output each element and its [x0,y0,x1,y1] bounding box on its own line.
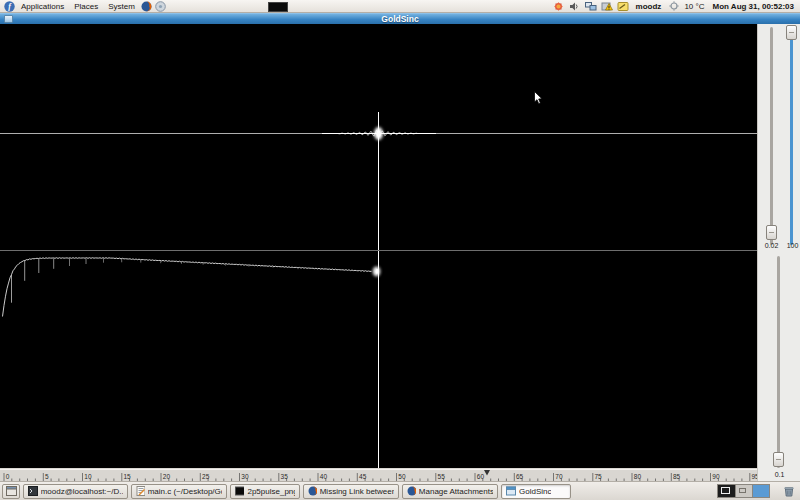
show-desktop-button[interactable] [2,484,20,499]
svg-text:35: 35 [281,473,289,480]
svg-text:15: 15 [124,473,132,480]
upper-left-slider-value: 0.02 [759,242,784,249]
upper-right-slider-thumb[interactable] [786,25,797,40]
taskbar-item-editor[interactable]: main.c (~/Desktop/Gol... [131,484,227,499]
svg-text:80: 80 [634,473,642,480]
panel-username[interactable]: moodz [632,2,666,11]
network-icon[interactable] [585,1,597,12]
taskbar-item-firefox-1[interactable]: Missing Link between ... [303,484,399,499]
places-menu[interactable]: Places [69,2,103,11]
plot-area[interactable] [0,24,757,468]
weather-icon [668,1,680,12]
goldsinc-window-icon [506,486,516,496]
svg-text:55: 55 [438,473,446,480]
svg-text:0: 0 [6,473,10,480]
lower-slider-thumb[interactable] [773,452,784,467]
svg-text:5: 5 [45,473,49,480]
lower-slider-track[interactable] [777,256,780,468]
panel-window-thumbnail[interactable] [268,2,288,12]
panel-clock[interactable]: Mon Aug 31, 00:52:03 [709,2,797,11]
window-content: 05101520253035404550556065707580859095 0… [0,24,800,481]
panel-temperature[interactable]: 10 °C [683,2,707,11]
system-menu[interactable]: System [103,2,140,11]
terminal-icon [28,486,38,496]
svg-text:75: 75 [595,473,603,480]
panel-status-area: moodz 10 °C Mon Aug 31, 00:52:03 [552,1,798,12]
upper-left-slider-track[interactable] [770,27,773,245]
titlebar[interactable]: GoldSinc [0,13,800,24]
svg-text:10: 10 [84,473,92,480]
goldsinc-window: GoldSinc 0510152025303540455055606570758… [0,13,800,481]
svg-text:50: 50 [398,473,406,480]
taskbar-item-terminal[interactable]: moodz@localhost:~/D... [23,484,128,499]
svg-text:30: 30 [241,473,249,480]
lower-slider-value: 0.1 [758,471,800,478]
taskbar-item-goldsinc[interactable]: GoldSinc [501,484,571,499]
svg-text:65: 65 [516,473,524,480]
firefox-launcher-icon[interactable] [141,1,153,12]
upper-left-slider-thumb[interactable] [766,225,777,240]
workspace-3-active[interactable] [752,485,769,497]
firefox-icon [407,486,416,496]
svg-text:85: 85 [673,473,681,480]
fedora-menu-icon[interactable]: f [3,1,15,12]
volume-icon[interactable] [569,1,581,12]
svg-text:25: 25 [202,473,210,480]
svg-text:20: 20 [163,473,171,480]
media-launcher-icon[interactable] [155,1,167,12]
upper-right-slider-value: 100 [784,242,800,249]
taskbar: moodz@localhost:~/D... main.c (~/Desktop… [0,481,800,500]
svg-text:60: 60 [477,473,485,480]
plot-column: 05101520253035404550556065707580859095 [0,24,757,481]
alert-icon[interactable] [601,1,613,12]
applications-menu[interactable]: Applications [16,2,69,11]
notes-icon[interactable] [617,1,629,12]
workspace-2[interactable] [735,485,752,497]
firefox-icon [308,486,317,496]
taskbar-item-image[interactable]: 2p5pulse_png [230,484,300,499]
software-updates-icon[interactable] [553,1,565,12]
svg-text:90: 90 [712,473,720,480]
text-editor-icon [136,486,145,496]
svg-text:45: 45 [359,473,367,480]
image-viewer-icon [235,486,244,496]
upper-right-slider-track[interactable] [790,27,793,245]
waveform-plot [0,24,757,468]
workspace-switcher[interactable] [717,484,770,498]
trash-icon[interactable] [781,484,797,499]
workspace-1[interactable] [718,485,735,497]
slider-panel: 0.02 100 0.1 [757,24,800,481]
top-panel: f Applications Places System moodz 10 °C… [0,0,800,13]
taskbar-item-firefox-2[interactable]: Manage Attachments ... [402,484,498,499]
horizontal-ruler: 05101520253035404550556065707580859095 [0,468,757,481]
svg-text:70: 70 [555,473,563,480]
svg-text:40: 40 [320,473,328,480]
